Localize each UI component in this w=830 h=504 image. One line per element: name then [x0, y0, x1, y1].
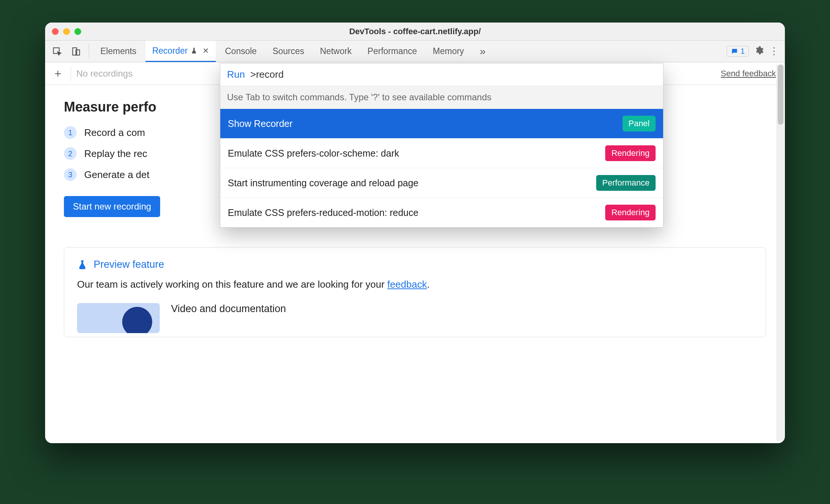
command-input[interactable]: >record [250, 69, 284, 80]
video-row: Video and documentation [77, 303, 753, 333]
tab-label: Console [225, 46, 256, 56]
titlebar: DevTools - coffee-cart.netlify.app/ [45, 23, 785, 41]
kebab-menu-icon[interactable]: ⋮ [769, 45, 779, 57]
issues-button[interactable]: 1 [727, 46, 749, 57]
flask-icon [191, 47, 197, 54]
card-body: Our team is actively working on this fea… [77, 277, 753, 292]
card-text: Our team is actively working on this fea… [77, 279, 387, 290]
card-text-suffix: . [427, 279, 430, 290]
traffic-lights [52, 28, 81, 35]
tab-performance[interactable]: Performance [361, 41, 424, 62]
add-recording-button[interactable]: ＋ [50, 66, 65, 81]
separator [71, 66, 71, 81]
tab-label: Recorder [152, 46, 188, 56]
device-toolbar-icon[interactable] [68, 41, 84, 62]
tabstrip-right: 1 ⋮ [727, 41, 785, 62]
command-item-emulate-dark[interactable]: Emulate CSS prefers-color-scheme: dark R… [220, 139, 663, 168]
vertical-scrollbar[interactable] [777, 65, 784, 441]
start-recording-button[interactable]: Start new recording [64, 196, 160, 217]
tab-label: Network [320, 46, 351, 56]
command-item-show-recorder[interactable]: Show Recorder Panel [220, 109, 663, 139]
command-item-label: Emulate CSS prefers-reduced-motion: redu… [228, 207, 418, 218]
tab-recorder[interactable]: Recorder ✕ [145, 41, 216, 62]
tab-label: Elements [100, 46, 136, 56]
tab-label: Memory [433, 46, 464, 56]
close-tab-icon[interactable]: ✕ [203, 46, 209, 55]
tab-sources[interactable]: Sources [266, 41, 311, 62]
card-title: Preview feature [94, 259, 164, 270]
command-hint: Use Tab to switch commands. Type '?' to … [220, 86, 663, 109]
recordings-placeholder: No recordings [76, 68, 132, 79]
step-label: Replay the rec [84, 148, 147, 160]
settings-icon[interactable] [754, 45, 764, 57]
close-window-button[interactable] [52, 28, 59, 35]
step-label: Record a com [84, 127, 145, 139]
tab-label: Sources [273, 46, 304, 56]
flask-icon [77, 260, 88, 270]
command-input-row[interactable]: Run >record [220, 63, 663, 86]
send-feedback-link[interactable]: Send feedback [721, 69, 776, 78]
command-item-coverage[interactable]: Start instrumenting coverage and reload … [220, 168, 663, 198]
step-label: Generate a det [84, 169, 149, 181]
window-title: DevTools - coffee-cart.netlify.app/ [45, 27, 785, 36]
step-number: 3 [64, 168, 77, 181]
video-thumbnail[interactable] [77, 303, 160, 333]
tab-memory[interactable]: Memory [426, 41, 471, 62]
tab-elements[interactable]: Elements [94, 41, 143, 62]
badge-performance: Performance [596, 175, 656, 191]
badge-rendering: Rendering [605, 205, 656, 220]
step-number: 2 [64, 147, 77, 160]
separator [89, 44, 89, 58]
badge-rendering: Rendering [605, 145, 656, 161]
preview-feature-card: Preview feature Our team is actively wor… [64, 247, 766, 337]
chat-icon [731, 48, 738, 55]
tab-label: Performance [368, 46, 417, 56]
run-label: Run [227, 69, 245, 80]
scrollbar-thumb[interactable] [778, 65, 783, 125]
more-tabs-icon[interactable]: » [473, 41, 492, 62]
minimize-window-button[interactable] [63, 28, 70, 35]
tabstrip: Elements Recorder ✕ Console Sources Netw… [45, 41, 785, 62]
command-item-label: Start instrumenting coverage and reload … [228, 178, 418, 189]
zoom-window-button[interactable] [74, 28, 81, 35]
tab-console[interactable]: Console [218, 41, 263, 62]
video-title: Video and documentation [171, 303, 286, 315]
badge-panel: Panel [622, 116, 656, 131]
command-item-label: Emulate CSS prefers-color-scheme: dark [228, 148, 399, 159]
command-menu: Run >record Use Tab to switch commands. … [220, 63, 663, 228]
command-item-reduced-motion[interactable]: Emulate CSS prefers-reduced-motion: redu… [220, 198, 663, 227]
devtools-window: DevTools - coffee-cart.netlify.app/ Elem… [45, 23, 785, 443]
command-item-label: Show Recorder [228, 118, 292, 129]
feedback-link[interactable]: feedback [387, 279, 427, 290]
issues-count: 1 [741, 47, 745, 56]
inspect-element-icon[interactable] [49, 41, 65, 62]
tab-network[interactable]: Network [313, 41, 358, 62]
card-header: Preview feature [77, 259, 753, 270]
step-number: 1 [64, 126, 77, 139]
